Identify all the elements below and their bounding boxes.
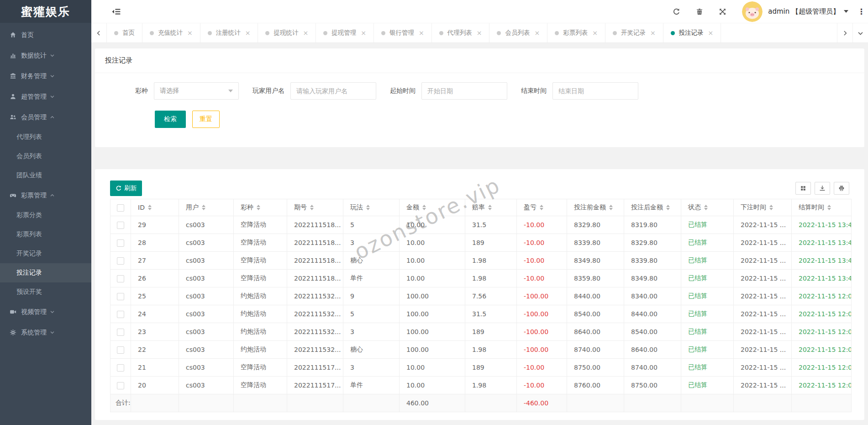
row-checkbox[interactable] <box>117 329 124 336</box>
sort-icon[interactable] <box>540 205 543 210</box>
row-checkbox[interactable] <box>117 239 124 247</box>
sort-icon[interactable] <box>666 205 670 210</box>
sort-icon[interactable] <box>769 205 773 210</box>
tab-close-icon[interactable]: × <box>592 29 598 37</box>
tabs-more-icon[interactable] <box>852 23 868 42</box>
avatar[interactable] <box>742 1 763 22</box>
sidebar-item-super-admin[interactable]: 超管管理 <box>0 86 91 107</box>
sidebar-item-lottery-category[interactable]: 彩票分类 <box>0 206 91 225</box>
column-header[interactable]: 投注前金额 <box>567 199 624 216</box>
sidebar-item-team-performance[interactable]: 团队业绩 <box>0 166 91 185</box>
refresh-button[interactable]: 刷新 <box>110 181 142 196</box>
tab-close-icon[interactable]: × <box>361 29 366 37</box>
sort-icon[interactable] <box>202 205 205 210</box>
tab-close-icon[interactable]: × <box>650 29 656 37</box>
column-header[interactable]: 盈亏 <box>517 199 567 216</box>
sort-icon[interactable] <box>704 205 708 210</box>
tab-close-icon[interactable]: × <box>187 29 193 37</box>
tab-close-icon[interactable]: × <box>534 29 540 37</box>
cell: 2022-11-15 ... <box>734 323 792 341</box>
row-checkbox[interactable] <box>117 222 124 229</box>
sidebar-item-bet-records[interactable]: 投注记录 <box>0 263 91 282</box>
sort-icon[interactable] <box>488 205 492 210</box>
sort-icon[interactable] <box>422 205 426 210</box>
sidebar-item-video[interactable]: 视频管理 <box>0 302 91 322</box>
column-header[interactable]: 期号 <box>287 199 343 216</box>
tab-close-icon[interactable]: × <box>303 29 308 37</box>
tab-close-icon[interactable]: × <box>708 29 714 37</box>
sidebar-item-label: 会员管理 <box>21 113 47 122</box>
column-header[interactable]: 玩法 <box>343 199 400 216</box>
column-header[interactable]: 结算时间 <box>792 199 852 216</box>
row-checkbox[interactable] <box>117 275 124 282</box>
sidebar-item-finance[interactable]: 财务管理 <box>0 66 91 86</box>
reset-button[interactable]: 重置 <box>192 111 220 128</box>
row-checkbox[interactable] <box>117 346 124 354</box>
row-checkbox[interactable] <box>117 364 124 372</box>
sort-icon[interactable] <box>257 205 260 210</box>
total-cell <box>792 394 852 412</box>
tab-recharge-stats[interactable]: 充值统计× <box>142 23 200 42</box>
start-date-input[interactable] <box>421 82 507 100</box>
sidebar-item-system[interactable]: 系统管理 <box>0 322 91 343</box>
cell: 2022-11-15 ... <box>734 377 792 394</box>
sidebar-item-members[interactable]: 会员管理 <box>0 107 91 128</box>
tab-register-stats[interactable]: 注册统计× <box>200 23 258 42</box>
cell: 2022111532... <box>287 287 343 305</box>
tabs-scroll-left-icon[interactable] <box>91 23 107 42</box>
tab-withdraw-manage[interactable]: 提现管理× <box>316 23 374 42</box>
tab-bank-manage[interactable]: 银行管理× <box>374 23 432 42</box>
row-checkbox[interactable] <box>117 382 124 389</box>
tab-close-icon[interactable]: × <box>245 29 251 37</box>
sidebar-item-draw-records[interactable]: 开奖记录 <box>0 244 91 263</box>
sidebar-item-preset-draw[interactable]: 预设开奖 <box>0 282 91 302</box>
tab-member-list[interactable]: 会员列表× <box>489 23 547 42</box>
end-date-input[interactable] <box>552 82 638 100</box>
refresh-icon[interactable] <box>673 8 680 16</box>
trash-icon[interactable] <box>696 8 703 16</box>
sort-icon[interactable] <box>827 205 831 210</box>
more-options-icon[interactable]: ⋮ <box>857 7 865 16</box>
export-download-icon[interactable] <box>815 182 830 195</box>
column-header[interactable]: 状态 <box>681 199 734 216</box>
row-checkbox[interactable] <box>117 257 124 265</box>
tab-home[interactable]: 首页 <box>107 23 142 42</box>
column-header[interactable]: 投注后金额 <box>624 199 681 216</box>
print-icon[interactable] <box>834 182 849 195</box>
column-header[interactable]: 赔率 <box>465 199 517 216</box>
sidebar-item-data-statistics[interactable]: 数据统计 <box>0 45 91 66</box>
tabs-scroll-right-icon[interactable] <box>837 23 852 42</box>
tab-lottery-list[interactable]: 彩票列表× <box>547 23 605 42</box>
tab-bet-records[interactable]: 投注记录× <box>663 23 721 42</box>
row-checkbox[interactable] <box>117 311 124 318</box>
select-all-checkbox[interactable] <box>117 204 124 212</box>
columns-filter-icon[interactable] <box>795 182 811 195</box>
sidebar-item-member-list[interactable]: 会员列表 <box>0 147 91 166</box>
column-header[interactable]: ID <box>131 199 179 216</box>
tab-withdraw-stats[interactable]: 提现统计× <box>258 23 316 42</box>
column-header[interactable]: 金额 <box>400 199 465 216</box>
fullscreen-icon[interactable] <box>719 8 726 16</box>
tab-close-icon[interactable]: × <box>477 29 482 37</box>
admin-account-menu[interactable]: admin 【超级管理员】 <box>768 7 840 16</box>
column-header[interactable]: 下注时间 <box>734 199 792 216</box>
player-username-input[interactable] <box>290 82 376 100</box>
sidebar-item-lottery-list[interactable]: 彩票列表 <box>0 225 91 244</box>
column-header[interactable]: 彩种 <box>234 199 287 216</box>
collapse-menu-icon[interactable] <box>111 8 121 16</box>
sidebar-item-home[interactable]: 首页 <box>0 25 91 45</box>
column-header[interactable]: 用户 <box>179 199 234 216</box>
lottery-type-select[interactable]: 请选择 <box>154 82 239 100</box>
tab-agent-list[interactable]: 代理列表× <box>432 23 490 42</box>
sort-icon[interactable] <box>148 205 152 210</box>
sort-icon[interactable] <box>366 205 370 210</box>
sidebar-item-agent-list[interactable]: 代理列表 <box>0 128 91 147</box>
sort-icon[interactable] <box>609 205 613 210</box>
sidebar-item-lottery[interactable]: 彩票管理 <box>0 185 91 206</box>
sort-icon[interactable] <box>310 205 314 210</box>
chevron-down-icon[interactable] <box>844 10 848 13</box>
row-checkbox[interactable] <box>117 293 124 300</box>
search-button[interactable]: 检索 <box>155 111 186 128</box>
tab-close-icon[interactable]: × <box>419 29 424 37</box>
tab-draw-records[interactable]: 开奖记录× <box>605 23 663 42</box>
